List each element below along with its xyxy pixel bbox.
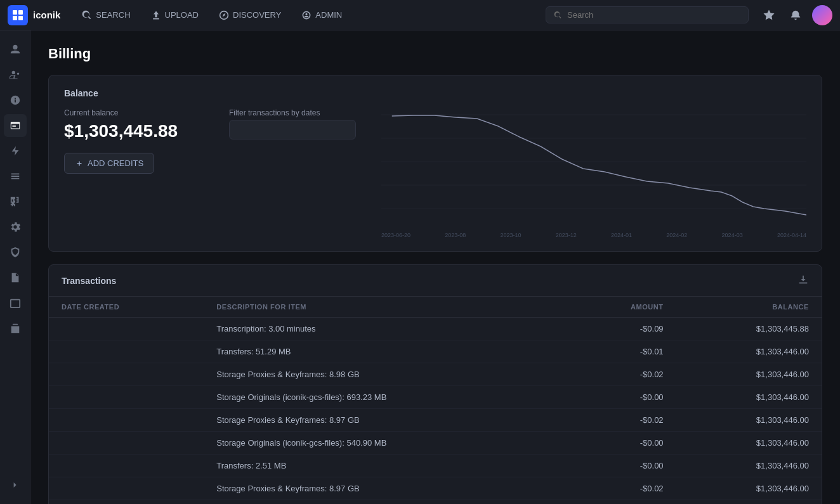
current-balance-value: $1,303,445.88 — [64, 121, 204, 141]
cell-balance: $1,303,446.00 — [676, 340, 822, 363]
svg-rect-5 — [10, 300, 19, 308]
nav-search[interactable]: SEARCH — [73, 6, 139, 24]
cell-amount: -$0.02 — [568, 409, 676, 432]
cell-amount: -$0.01 — [568, 340, 676, 363]
cell-balance: $1,303,446.00 — [676, 363, 822, 386]
sidebar-item-billing[interactable] — [4, 114, 27, 137]
sidebar-item-calendar[interactable] — [4, 292, 27, 314]
cell-description: Transcription: 3.00 minutes — [204, 318, 568, 340]
chart-area: 1,340,000 1,330,000 1,320,000 1,310,000 … — [381, 108, 806, 238]
svg-rect-3 — [18, 16, 23, 20]
cell-amount: -$0.00 — [568, 500, 676, 505]
transactions-panel: Transactions Date Created Description Fo… — [48, 264, 822, 504]
filter-row: Filter transactions by dates — [229, 108, 356, 139]
transactions-title: Transactions — [62, 276, 116, 286]
col-date-created: Date Created — [49, 297, 204, 318]
col-description: Description For Item — [204, 297, 568, 318]
sidebar-item-file[interactable] — [4, 266, 27, 289]
cell-description: Transfers: 51.29 MB — [204, 340, 568, 363]
cell-amount: -$0.00 — [568, 386, 676, 409]
cell-amount: -$0.02 — [568, 477, 676, 500]
transactions-header: Transactions — [49, 265, 822, 297]
main-content: Billing Balance Current balance $1,303,4… — [30, 30, 840, 504]
sidebar-item-trash[interactable] — [4, 317, 27, 340]
cell-description: Transfers: 2.51 MB — [204, 455, 568, 477]
cell-date — [49, 363, 204, 386]
cell-balance: $1,303,446.00 — [676, 477, 822, 500]
table-row: Storage Proxies & Keyframes: 8.98 GB -$0… — [49, 363, 822, 386]
balance-panel: Balance Current balance $1,303,445.88 AD… — [48, 75, 822, 252]
current-balance-label: Current balance — [64, 108, 204, 117]
sidebar-item-user[interactable] — [4, 38, 27, 61]
sidebar-item-settings[interactable] — [4, 216, 27, 238]
table-row: Storage Proxies & Keyframes: 8.97 GB -$0… — [49, 477, 822, 500]
main-layout: Billing Balance Current balance $1,303,4… — [0, 30, 840, 504]
cell-balance: $1,303,446.00 — [676, 409, 822, 432]
svg-rect-2 — [13, 16, 17, 20]
cell-date — [49, 477, 204, 500]
cell-description: Storage Proxies & Keyframes: 8.98 GB — [204, 363, 568, 386]
global-search-bar[interactable] — [546, 6, 749, 23]
nav-right-actions — [759, 5, 832, 25]
filter-label: Filter transactions by dates — [229, 108, 356, 117]
cell-description: Storage Originals (iconik-gcs-files): 54… — [204, 500, 568, 505]
cell-date — [49, 318, 204, 340]
col-amount: Amount — [568, 297, 676, 318]
search-input[interactable] — [567, 10, 740, 20]
cell-balance: $1,303,446.00 — [676, 386, 822, 409]
cell-balance: $1,303,446.00 — [676, 500, 822, 505]
sidebar-bottom — [4, 474, 27, 496]
sidebar-item-shield[interactable] — [4, 241, 27, 264]
cell-balance: $1,303,446.00 — [676, 455, 822, 477]
cell-description: Storage Originals (iconik-gcs-files): 54… — [204, 432, 568, 455]
add-credits-button[interactable]: ADD CREDITS — [64, 153, 154, 174]
cell-date — [49, 386, 204, 409]
cell-balance: $1,303,446.00 — [676, 432, 822, 455]
cell-amount: -$0.00 — [568, 455, 676, 477]
col-balance: Balance — [676, 297, 822, 318]
sidebar-item-lightning[interactable] — [4, 139, 27, 162]
favorites-button[interactable] — [759, 5, 779, 25]
cell-description: Storage Proxies & Keyframes: 8.97 GB — [204, 477, 568, 500]
nav-upload[interactable]: UPLOAD — [142, 6, 207, 24]
cell-amount: -$0.02 — [568, 363, 676, 386]
table-row: Transfers: 51.29 MB -$0.01 $1,303,446.00 — [49, 340, 822, 363]
table-row: Storage Proxies & Keyframes: 8.97 GB -$0… — [49, 409, 822, 432]
cell-description: Storage Originals (iconik-gcs-files): 69… — [204, 386, 568, 409]
cell-amount: -$0.00 — [568, 432, 676, 455]
filter-date-input[interactable] — [229, 120, 356, 139]
cell-description: Storage Proxies & Keyframes: 8.97 GB — [204, 409, 568, 432]
table-row: Transcription: 3.00 minutes -$0.09 $1,30… — [49, 318, 822, 340]
balance-chart: 1,340,000 1,330,000 1,320,000 1,310,000 … — [381, 108, 806, 229]
svg-rect-0 — [13, 10, 17, 15]
filter-date-field[interactable] — [237, 125, 344, 134]
cell-date — [49, 432, 204, 455]
transactions-table: Date Created Description For Item Amount… — [49, 297, 822, 504]
transactions-download-button[interactable] — [797, 274, 809, 287]
topnav: iconik SEARCH UPLOAD DISCOVERY ADMIN — [0, 0, 840, 30]
sidebar-item-puzzle[interactable] — [4, 190, 27, 213]
table-row: Storage Originals (iconik-gcs-files): 69… — [49, 386, 822, 409]
cell-date — [49, 340, 204, 363]
user-avatar[interactable] — [812, 5, 832, 25]
table-row: Transfers: 2.51 MB -$0.00 $1,303,446.00 — [49, 455, 822, 477]
nav-discovery[interactable]: DISCOVERY — [210, 6, 290, 24]
table-row: Storage Originals (iconik-gcs-files): 54… — [49, 432, 822, 455]
sidebar-item-info[interactable] — [4, 89, 27, 112]
svg-rect-1 — [18, 10, 23, 15]
table-row: Storage Originals (iconik-gcs-files): 54… — [49, 500, 822, 505]
sidebar-item-list[interactable] — [4, 165, 27, 188]
page-title: Billing — [48, 46, 822, 62]
cell-date — [49, 455, 204, 477]
cell-amount: -$0.09 — [568, 318, 676, 340]
logo[interactable]: iconik — [8, 5, 60, 25]
sidebar — [0, 30, 30, 504]
balance-left: Current balance $1,303,445.88 ADD CREDIT… — [64, 108, 204, 174]
cell-date — [49, 500, 204, 505]
sidebar-item-users[interactable] — [4, 63, 27, 86]
nav-admin[interactable]: ADMIN — [292, 6, 351, 24]
balance-section-label: Balance — [64, 88, 806, 98]
sidebar-expand-button[interactable] — [4, 474, 27, 496]
notifications-button[interactable] — [785, 5, 806, 25]
balance-content: Current balance $1,303,445.88 ADD CREDIT… — [64, 108, 806, 238]
